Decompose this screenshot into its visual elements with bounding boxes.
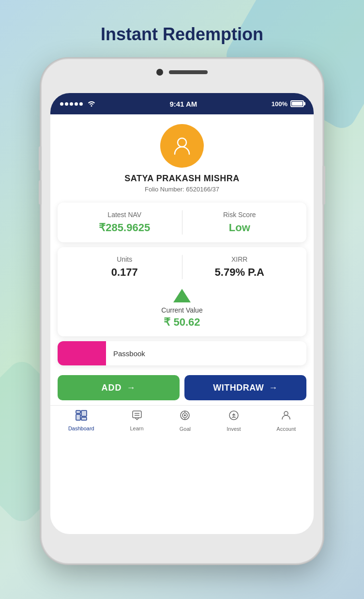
signal-dot-1 <box>60 102 63 106</box>
signal-dot-3 <box>70 102 73 106</box>
xirr-section: XIRR 5.79% P.A <box>182 255 297 279</box>
camera-dot <box>156 69 163 76</box>
page-title: Instant Redemption <box>101 24 263 45</box>
latest-nav-value: ₹285.9625 <box>99 221 150 234</box>
svg-rect-2 <box>76 414 80 420</box>
latest-nav-section: Latest NAV ₹285.9625 <box>67 211 182 234</box>
phone-screen: 9:41 AM 100% SATYA PRAKASH MISHRA <box>50 93 314 534</box>
nav-item-dashboard[interactable]: Dashboard <box>68 410 94 431</box>
status-bar: 9:41 AM 100% <box>50 93 314 114</box>
volume-button-2 <box>39 180 42 205</box>
battery-percentage: 100% <box>272 100 288 108</box>
battery-icon <box>290 100 304 107</box>
signal-dot-5 <box>79 102 83 106</box>
phone-top-notch <box>156 69 208 76</box>
battery-fill <box>292 102 303 106</box>
units-card: Units 0.177 XIRR 5.79% P.A Current Value… <box>58 247 306 336</box>
risk-score-label: Risk Score <box>223 211 256 219</box>
account-label: Account <box>276 426 296 432</box>
speaker-bar <box>169 70 208 74</box>
status-time: 9:41 AM <box>169 100 197 108</box>
triangle-up-icon <box>173 289 191 302</box>
signal-dot-4 <box>75 102 78 106</box>
current-value-amount: ₹ 50.62 <box>164 316 200 329</box>
units-section: Units 0.177 <box>67 255 182 279</box>
status-right: 100% <box>272 100 304 108</box>
add-button[interactable]: ADD → <box>58 375 180 400</box>
svg-point-0 <box>178 138 186 147</box>
withdraw-arrow-icon: → <box>269 383 278 393</box>
nav-item-learn[interactable]: Learn <box>130 410 144 431</box>
invest-icon <box>228 410 240 424</box>
current-value-label: Current Value <box>161 306 202 314</box>
units-value: 0.177 <box>111 266 138 279</box>
phone-frame: 9:41 AM 100% SATYA PRAKASH MISHRA <box>42 59 322 563</box>
power-button <box>322 166 325 205</box>
bottom-nav: Dashboard Learn <box>50 405 314 438</box>
svg-point-10 <box>184 414 186 416</box>
wifi-icon <box>88 100 95 108</box>
dashboard-icon <box>76 410 87 424</box>
svg-rect-5 <box>133 411 141 418</box>
nav-item-goal[interactable]: Goal <box>179 410 191 432</box>
withdraw-button[interactable]: WITHDRAW → <box>184 375 306 400</box>
add-button-label: ADD <box>102 383 122 393</box>
dashboard-label: Dashboard <box>68 426 94 431</box>
account-icon <box>280 410 292 424</box>
user-name: SATYA PRAKASH MISHRA <box>124 173 239 184</box>
nav-item-account[interactable]: Account <box>276 410 296 432</box>
passbook-label: Passbook <box>106 349 145 358</box>
units-row: Units 0.177 XIRR 5.79% P.A <box>67 255 297 279</box>
nav-risk-card: Latest NAV ₹285.9625 Risk Score Low <box>58 203 306 242</box>
folio-number: Folio Number: 6520166/37 <box>145 186 219 193</box>
svg-rect-1 <box>76 410 80 413</box>
passbook-area: Passbook <box>58 341 306 365</box>
xirr-label: XIRR <box>231 255 247 263</box>
learn-label: Learn <box>130 426 144 431</box>
learn-icon <box>131 410 143 424</box>
screen-content: SATYA PRAKASH MISHRA Folio Number: 65201… <box>50 114 314 534</box>
signal-dot-2 <box>65 102 68 106</box>
goal-label: Goal <box>180 426 191 432</box>
invest-label: Invest <box>227 426 241 432</box>
current-value-section: Current Value ₹ 50.62 <box>67 289 297 329</box>
xirr-value: 5.79% P.A <box>215 266 264 279</box>
goal-icon <box>179 410 191 424</box>
risk-score-section: Risk Score Low <box>182 211 297 234</box>
nav-item-invest[interactable]: Invest <box>227 410 241 432</box>
profile-section: SATYA PRAKASH MISHRA Folio Number: 65201… <box>50 114 314 198</box>
bottom-buttons: ADD → WITHDRAW → <box>50 370 314 405</box>
risk-score-value: Low <box>229 221 250 234</box>
avatar <box>160 124 204 168</box>
svg-rect-4 <box>81 417 87 420</box>
signal-strength <box>60 102 83 106</box>
passbook-tab[interactable] <box>58 341 106 365</box>
person-icon <box>170 134 194 158</box>
svg-point-14 <box>284 411 288 415</box>
add-arrow-icon: → <box>127 383 136 393</box>
svg-rect-3 <box>81 410 87 416</box>
withdraw-button-label: WITHDRAW <box>213 383 264 393</box>
volume-button-1 <box>39 146 42 171</box>
units-label: Units <box>117 255 132 263</box>
latest-nav-label: Latest NAV <box>107 211 141 219</box>
status-left <box>60 100 95 108</box>
